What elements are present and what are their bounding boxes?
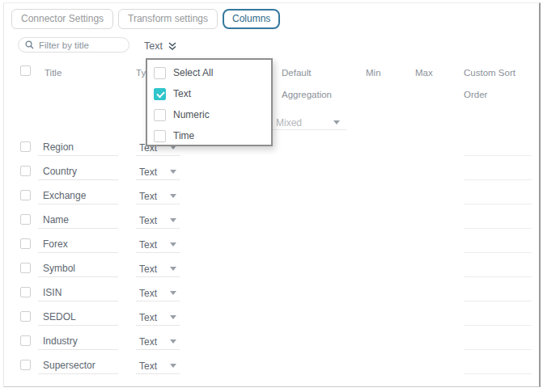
column-type-value: Text <box>139 312 157 323</box>
type-filter-label: Text <box>144 40 163 52</box>
row-checkbox[interactable] <box>20 263 31 273</box>
select-all-rows-checkbox[interactable] <box>20 65 31 76</box>
row-checkbox[interactable] <box>20 335 31 346</box>
type-filter-button[interactable]: Text <box>144 40 176 52</box>
columns-settings-page: Connector Settings Transform settings Co… <box>0 0 543 392</box>
type-filter-option[interactable]: Select All <box>147 62 271 83</box>
type-filter-option[interactable]: Text <box>147 83 271 104</box>
header-custom-sort-line2: Order <box>464 90 487 99</box>
table-row: Text <box>0 283 543 307</box>
header-default-aggregation-line1: Default <box>282 68 311 78</box>
column-title-input[interactable] <box>38 164 118 180</box>
custom-sort-order-input[interactable] <box>464 358 532 374</box>
option-checkbox[interactable] <box>154 109 166 121</box>
custom-sort-order-input[interactable] <box>464 334 532 350</box>
custom-sort-order-input[interactable] <box>464 285 532 301</box>
column-type-value: Text <box>139 215 157 226</box>
row-checkbox[interactable] <box>20 141 31 152</box>
custom-sort-order-input[interactable] <box>464 164 532 180</box>
custom-sort-order-input[interactable] <box>464 140 532 156</box>
custom-sort-order-input[interactable] <box>464 188 532 204</box>
table-row: Text <box>0 210 543 234</box>
row-checkbox[interactable] <box>20 190 31 200</box>
column-type-dropdown[interactable]: Text <box>136 334 180 350</box>
table-row: Text <box>0 307 543 331</box>
option-label: Time <box>173 130 194 141</box>
column-type-value: Text <box>139 360 157 372</box>
type-filter-option[interactable]: Numeric <box>147 104 271 125</box>
chevron-down-icon <box>170 339 176 344</box>
table-row: Text <box>0 259 543 283</box>
option-checkbox[interactable] <box>154 67 166 79</box>
column-type-value: Text <box>139 191 157 202</box>
chevron-down-icon <box>170 194 176 198</box>
option-label: Text <box>173 88 191 99</box>
custom-sort-order-input[interactable] <box>464 261 532 277</box>
header-max: Max <box>415 68 433 78</box>
column-type-value: Text <box>139 263 157 275</box>
table-row: Text <box>0 162 543 186</box>
settings-tab[interactable]: Transform settings <box>118 9 218 29</box>
settings-tab[interactable]: Connector Settings <box>11 9 113 29</box>
table-row: Text <box>0 186 543 210</box>
column-title-input[interactable] <box>38 140 118 156</box>
settings-tabs: Connector Settings Transform settings Co… <box>11 9 280 29</box>
search-icon <box>25 40 34 49</box>
column-title-input[interactable] <box>38 334 118 350</box>
column-type-dropdown[interactable]: Text <box>136 310 180 326</box>
row-checkbox[interactable] <box>20 238 31 249</box>
column-title-input[interactable] <box>38 213 118 229</box>
chevron-down-icon <box>333 120 340 124</box>
option-label: Numeric <box>173 109 210 120</box>
type-filter-dropdown: Select All Text Numeric Time <box>146 58 273 146</box>
column-type-dropdown[interactable]: Text <box>136 164 180 180</box>
table-row: Text <box>0 234 543 259</box>
columns-table-body: Text Text Text Text <box>0 137 543 380</box>
settings-tab[interactable]: Columns <box>223 9 280 29</box>
column-type-dropdown[interactable]: Text <box>136 358 180 374</box>
column-title-input[interactable] <box>38 188 118 204</box>
option-checkbox[interactable] <box>154 130 166 142</box>
custom-sort-order-input[interactable] <box>464 310 532 326</box>
column-title-input[interactable] <box>38 237 118 253</box>
row-checkbox[interactable] <box>20 287 31 297</box>
table-row: Text <box>0 356 543 380</box>
column-type-dropdown[interactable]: Text <box>136 285 180 301</box>
filter-by-title-field[interactable] <box>18 37 129 53</box>
chevron-double-down-icon <box>168 42 176 51</box>
header-default-aggregation-line2: Aggregation <box>282 90 332 99</box>
column-type-dropdown[interactable]: Text <box>136 237 180 253</box>
custom-sort-order-input[interactable] <box>464 213 532 229</box>
chevron-down-icon <box>170 364 176 368</box>
column-type-dropdown[interactable]: Text <box>136 213 180 229</box>
column-type-dropdown[interactable]: Text <box>136 188 180 204</box>
chevron-down-icon <box>170 242 176 247</box>
default-aggregation-value: Mixed <box>276 117 302 129</box>
chevron-down-icon <box>170 170 176 174</box>
option-label: Select All <box>173 67 213 78</box>
header-min: Min <box>366 68 381 78</box>
custom-sort-order-input[interactable] <box>464 237 532 253</box>
table-row: Text <box>0 331 543 356</box>
type-filter-option[interactable]: Time <box>147 125 271 146</box>
column-title-input[interactable] <box>38 285 118 301</box>
column-type-value: Text <box>139 336 157 348</box>
chevron-down-icon <box>170 267 176 271</box>
row-checkbox[interactable] <box>20 311 31 322</box>
column-title-input[interactable] <box>38 310 118 326</box>
column-type-dropdown[interactable]: Text <box>136 261 180 277</box>
chevron-down-icon <box>170 291 176 295</box>
default-aggregation-dropdown[interactable]: Mixed <box>273 116 346 130</box>
row-checkbox[interactable] <box>20 214 31 225</box>
header-title: Title <box>45 68 62 78</box>
column-type-value: Text <box>139 288 157 299</box>
column-title-input[interactable] <box>38 358 118 374</box>
row-checkbox[interactable] <box>20 166 31 176</box>
filter-input[interactable] <box>39 40 124 50</box>
column-title-input[interactable] <box>38 261 118 277</box>
chevron-down-icon <box>170 315 176 319</box>
row-checkbox[interactable] <box>20 360 31 370</box>
chevron-down-icon <box>170 218 176 222</box>
option-checkbox[interactable] <box>154 88 166 100</box>
column-type-value: Text <box>139 166 157 178</box>
